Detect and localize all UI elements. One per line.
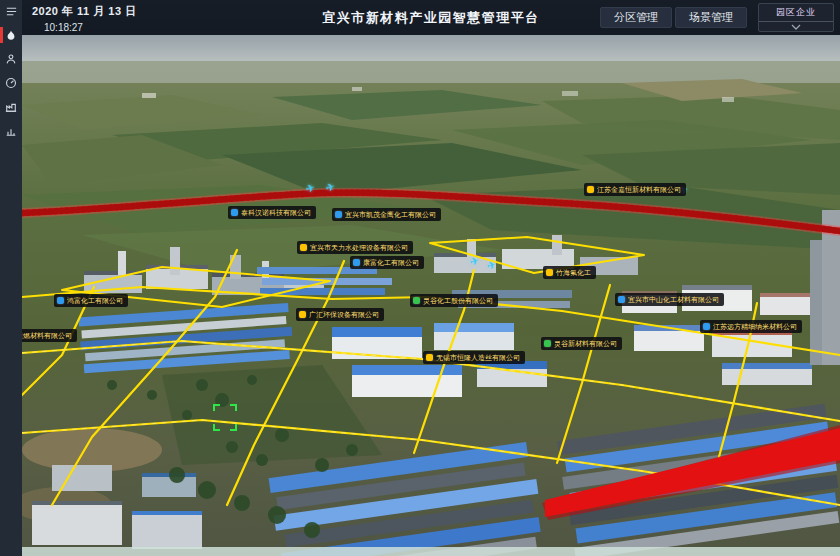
app-window: 2020 年 11 月 13 日 10:18:27 宜兴市新材料产业园智慧管理平… bbox=[0, 0, 840, 556]
top-bar: 2020 年 11 月 13 日 10:18:27 宜兴市新材料产业园智慧管理平… bbox=[22, 0, 840, 35]
current-time: 10:18:27 bbox=[44, 22, 137, 33]
company-label-text: 鸿富化工有限公司 bbox=[67, 294, 123, 307]
page-title: 宜兴市新材料产业园智慧管理平台 bbox=[322, 9, 540, 27]
zone-management-button[interactable]: 分区管理 bbox=[600, 7, 672, 28]
company-label-text: 宜兴市天力水处理设备有限公司 bbox=[310, 241, 408, 254]
company-label[interactable]: 竹海氟化工 bbox=[543, 266, 596, 279]
company-label-text: 灵谷新材料有限公司 bbox=[554, 337, 617, 350]
company-label[interactable]: 康富化工有限公司 bbox=[350, 256, 424, 269]
company-blue-icon bbox=[353, 259, 360, 266]
park-enterprise-dropdown[interactable]: 园区企业 bbox=[758, 3, 834, 32]
park-enterprise-dropdown-label: 园区企业 bbox=[759, 4, 833, 22]
bottom-rooftop-strip bbox=[22, 547, 840, 556]
company-green-icon bbox=[544, 340, 551, 347]
company-label[interactable]: 江苏金嘉恒新材料有限公司 bbox=[584, 183, 686, 196]
company-label-text: 泰科汉诺科技有限公司 bbox=[241, 206, 311, 219]
menu-icon[interactable] bbox=[0, 0, 22, 22]
company-label[interactable]: 鸿富化工有限公司 bbox=[54, 294, 128, 307]
company-blue-icon bbox=[618, 296, 625, 303]
company-blue-icon bbox=[335, 211, 342, 218]
company-label[interactable]: 宜兴市中山化工材料有限公司 bbox=[615, 293, 724, 306]
company-label-text: 江苏远方精细纳米材料公司 bbox=[713, 320, 797, 333]
company-label-text: 灵谷化工股份有限公司 bbox=[423, 294, 493, 307]
company-green-icon bbox=[413, 297, 420, 304]
company-label-text: 宜兴市凯茂金鹰化工有限公司 bbox=[345, 208, 436, 221]
company-label[interactable]: 泰科汉诺科技有限公司 bbox=[228, 206, 316, 219]
company-yellow-icon bbox=[546, 269, 553, 276]
gauge-icon[interactable] bbox=[0, 72, 22, 94]
company-label-text: 竹海氟化工 bbox=[556, 266, 591, 279]
datetime-block: 2020 年 11 月 13 日 10:18:27 bbox=[32, 4, 137, 33]
company-label[interactable]: 宜兴市天力水处理设备有限公司 bbox=[297, 241, 413, 254]
company-blue-icon bbox=[231, 209, 238, 216]
fire-icon[interactable] bbox=[0, 24, 22, 46]
company-yellow-icon bbox=[587, 186, 594, 193]
factory-icon[interactable] bbox=[0, 96, 22, 118]
sidebar bbox=[0, 0, 22, 556]
company-label-text: 江苏金嘉恒新材料有限公司 bbox=[597, 183, 681, 196]
company-blue-icon bbox=[57, 297, 64, 304]
company-yellow-icon bbox=[299, 311, 306, 318]
company-label-text: 康富化工有限公司 bbox=[363, 256, 419, 269]
company-label-text: 无锡市恒隆人造丝有限公司 bbox=[436, 351, 520, 364]
company-label[interactable]: 灵谷新材料有限公司 bbox=[541, 337, 622, 350]
bar-chart-icon[interactable] bbox=[0, 120, 22, 142]
current-date: 2020 年 11 月 13 日 bbox=[32, 4, 137, 19]
company-label[interactable]: 江苏远方精细纳米材料公司 bbox=[700, 320, 802, 333]
company-label[interactable]: 广汇环保设备有限公司 bbox=[296, 308, 384, 321]
chevron-down-icon bbox=[791, 24, 801, 30]
company-label[interactable]: 无锡市恒隆人造丝有限公司 bbox=[423, 351, 525, 364]
company-label-text: 宜兴市阻燃材料有限公司 bbox=[22, 329, 72, 342]
company-label[interactable]: 宜兴市阻燃材料有限公司 bbox=[22, 329, 77, 342]
company-blue-icon bbox=[703, 323, 710, 330]
selection-box bbox=[213, 404, 237, 431]
company-label[interactable]: 宜兴市凯茂金鹰化工有限公司 bbox=[332, 208, 441, 221]
company-yellow-icon bbox=[426, 354, 433, 361]
scene-management-button[interactable]: 场景管理 bbox=[675, 7, 747, 28]
company-label-text: 宜兴市中山化工材料有限公司 bbox=[628, 293, 719, 306]
company-label-text: 广汇环保设备有限公司 bbox=[309, 308, 379, 321]
person-icon[interactable] bbox=[0, 48, 22, 70]
map-viewport[interactable]: 泰科汉诺科技有限公司宜兴市凯茂金鹰化工有限公司宜兴市天力水处理设备有限公司康富化… bbox=[22, 35, 840, 556]
company-yellow-icon bbox=[300, 244, 307, 251]
company-label[interactable]: 灵谷化工股份有限公司 bbox=[410, 294, 498, 307]
